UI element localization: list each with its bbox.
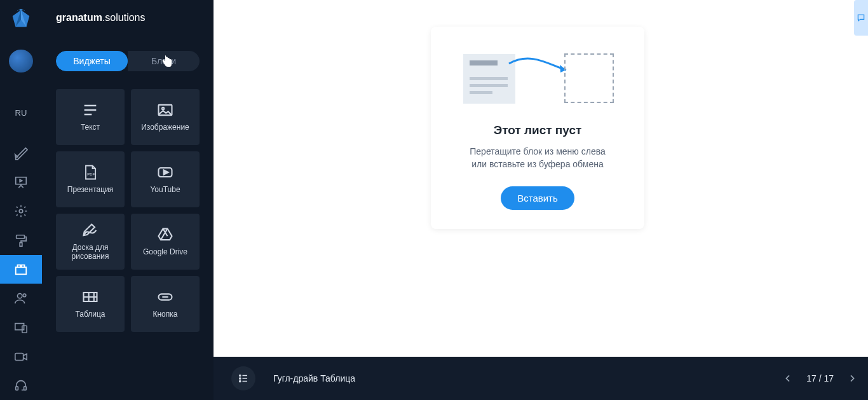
avatar[interactable] [9,50,33,72]
paint-roller-icon[interactable] [0,226,42,255]
widgets-panel: Виджеты Блоки Текст Изображение PDF През… [42,36,214,400]
widget-drawing-board[interactable]: Доска для рисования [56,214,125,270]
widget-label: Изображение [139,123,192,132]
chevron-right-icon [847,373,857,383]
google-drive-icon [156,227,174,242]
brand-bold: granatum [56,12,102,24]
language-switcher[interactable]: RU [0,98,42,127]
tab-blocks[interactable]: Блоки [128,51,200,71]
svg-text:PDF: PDF [87,172,95,176]
svg-rect-6 [20,242,22,246]
next-page-button[interactable] [843,369,862,388]
image-icon [156,102,174,118]
svg-point-22 [240,378,241,379]
sheet-title: Гугл-драйв Таблица [273,373,778,383]
users-icon[interactable] [0,284,42,313]
svg-point-23 [240,380,241,382]
widget-google-drive[interactable]: Google Drive [131,214,200,270]
svg-rect-14 [24,387,27,390]
main-canvas: Этот лист пуст Перетащите блок из меню с… [214,0,868,357]
empty-title: Этот лист пуст [494,123,582,137]
brand-title: granatum.solutions [42,0,214,36]
drop-target-icon [564,53,614,103]
list-icon [238,373,249,384]
widget-grid: Текст Изображение PDF Презентация YouTub… [56,89,200,332]
svg-point-4 [19,209,23,213]
page-navigator: 17 / 17 [778,369,862,388]
svg-point-16 [162,107,165,110]
draw-pencil-icon [81,223,99,238]
widget-label: Доска для рисования [56,243,125,261]
widget-text[interactable]: Текст [56,89,125,145]
paste-button[interactable]: Вставить [501,186,574,210]
widget-button[interactable]: Кнопка [131,276,200,332]
devices-icon[interactable] [0,313,42,342]
empty-state-card: Этот лист пуст Перетащите блок из меню с… [431,27,644,229]
settings-gear-icon[interactable] [0,197,42,226]
app-logo-icon [9,6,33,31]
headset-icon[interactable] [0,371,42,400]
widget-label: Таблица [72,310,107,319]
chevron-left-icon [783,373,793,383]
page-counter: 17 / 17 [800,373,840,383]
pencil-ruler-icon[interactable] [0,139,42,168]
svg-rect-13 [16,387,18,390]
widget-label: Кнопка [151,310,180,319]
svg-rect-12 [15,353,24,360]
text-icon [81,102,99,118]
blocks-icon[interactable] [0,255,42,284]
empty-subtitle: Перетащите блок из меню слева или вставь… [470,145,605,171]
svg-rect-5 [17,235,25,239]
widget-youtube[interactable]: YouTube [131,151,200,207]
youtube-icon [156,165,174,180]
widget-label: YouTube [147,185,182,194]
svg-rect-7 [16,268,27,275]
widget-presentation[interactable]: PDF Презентация [56,151,125,207]
widget-label: Презентация [65,185,116,194]
bottom-bar: Гугл-драйв Таблица 17 / 17 [214,357,868,400]
panel-tabs: Виджеты Блоки [56,51,200,71]
widget-table[interactable]: Таблица [56,276,125,332]
widget-label: Google Drive [140,247,190,256]
outline-button[interactable] [231,366,255,390]
pdf-file-icon: PDF [81,165,99,180]
chat-tab-button[interactable] [854,0,868,36]
button-pill-icon [156,289,174,305]
chat-icon [857,13,865,22]
video-record-icon[interactable] [0,342,42,371]
svg-point-9 [23,294,26,297]
empty-illustration [461,52,614,109]
widget-image[interactable]: Изображение [131,89,200,145]
widget-label: Текст [78,123,102,132]
tab-widgets[interactable]: Виджеты [56,51,128,71]
prev-page-button[interactable] [778,369,797,388]
presentation-icon[interactable] [0,168,42,197]
svg-point-21 [240,375,241,376]
table-icon [81,289,99,305]
svg-rect-11 [22,326,27,333]
svg-point-8 [18,294,22,298]
left-rail: RU [0,0,42,400]
brand-light: .solutions [102,12,146,24]
